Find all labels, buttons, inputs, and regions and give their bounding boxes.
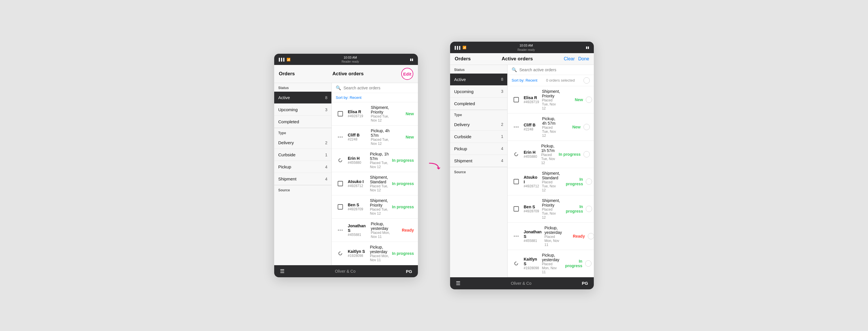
search-input-1[interactable] — [343, 86, 414, 90]
search-icon-1: 🔍 — [336, 85, 341, 91]
store-name-2: Oliver & Co — [511, 281, 531, 286]
done-button[interactable]: Done — [578, 56, 589, 62]
table-row[interactable]: Erin H #455880 Pickup, 1h 57m Placed Tue… — [332, 149, 418, 172]
sidebar-item-active-2[interactable]: Active 8 — [450, 73, 507, 86]
order-icon-shipment3 — [336, 202, 345, 211]
sidebar-pickup-label: Pickup — [278, 164, 291, 169]
sidebar-item-active[interactable]: Active 8 — [274, 92, 331, 104]
svg-point-12 — [518, 126, 519, 127]
sidebar-item-shipment-2[interactable]: Shipment 4 — [450, 155, 507, 167]
order-name-e: Erin H — [524, 150, 538, 155]
order-status-e: Ready — [565, 234, 585, 238]
sidebar-curbside-badge: 1 — [325, 153, 328, 157]
menu-icon-2[interactable]: ☰ — [456, 280, 460, 287]
order-details-e: Shipment, Standard Placed Tue, Nov 12 — [542, 171, 560, 192]
order-customer-info-e: Jonathan S #455881 — [524, 230, 541, 243]
svg-point-6 — [338, 230, 339, 231]
order-select-radio[interactable] — [585, 260, 591, 267]
sidebar-item-upcoming[interactable]: Upcoming 3 — [274, 104, 331, 116]
status-section-label: Status — [274, 83, 331, 92]
sidebar-active-badge: 8 — [325, 95, 328, 100]
order-status: In progress — [392, 181, 414, 186]
svg-point-1 — [338, 137, 339, 138]
status-bar-right-2: ▮▮ — [586, 46, 589, 49]
order-details-e: Pickup, 4h 57m Placed Tue, Nov 12 — [542, 117, 558, 138]
table-row[interactable]: Ben S #4928709 Shipment, Priority Placed… — [507, 195, 594, 223]
order-customer-info: Cliff B #2248 — [348, 133, 368, 141]
order-icon-e0 — [512, 95, 521, 104]
page-title-1: Orders — [279, 71, 295, 77]
menu-icon[interactable]: ☰ — [280, 268, 284, 274]
svg-rect-13 — [514, 179, 519, 184]
order-customer-info: Erin H #455880 — [348, 156, 367, 165]
sidebar-item-delivery[interactable]: Delivery 2 — [274, 137, 331, 149]
order-customer-info: Atsuko I #4928712 — [348, 179, 367, 188]
order-select-radio[interactable] — [586, 97, 592, 103]
sidebar-completed-label-2: Completed — [454, 101, 475, 106]
order-id: #2248 — [348, 137, 368, 141]
table-row[interactable]: Ben S #4928709 Shipment, Priority Placed… — [332, 195, 418, 219]
svg-point-7 — [340, 230, 341, 231]
order-date-e: Placed Tue, Nov 12 — [542, 180, 560, 192]
order-customer-info: Kaitlyn S #1928098 — [348, 249, 367, 258]
search-bar-2: 🔍 — [507, 65, 594, 75]
table-row[interactable]: Jonathan S #455881 Pickup, yesterday Pla… — [507, 223, 594, 250]
table-row[interactable]: Erin H #455880 Pickup, 1h 57m Placed Tue… — [507, 141, 594, 168]
svg-rect-0 — [338, 111, 343, 117]
order-status: In progress — [392, 251, 414, 256]
sort-label-2[interactable]: Sort by: Recent — [512, 78, 537, 82]
order-select-radio[interactable] — [588, 233, 594, 239]
select-all-radio[interactable] — [584, 77, 590, 84]
table-row[interactable]: Elisa R #4928719 Shipment, Priority Plac… — [507, 86, 594, 113]
sidebar-pickup-badge-2: 4 — [501, 146, 503, 151]
order-select-radio[interactable] — [586, 206, 592, 212]
user-initials: PG — [406, 269, 412, 274]
table-row[interactable]: Atsuko I #4928712 Shipment, Standard Pla… — [507, 168, 594, 195]
order-select-radio[interactable] — [584, 151, 590, 158]
order-name-e: Kaitlyn S — [524, 257, 539, 266]
order-id-e: #455880 — [524, 155, 538, 159]
order-icon-pickup — [336, 132, 345, 142]
sidebar-item-pickup-2[interactable]: Pickup 4 — [450, 143, 507, 155]
sidebar-item-pickup[interactable]: Pickup 4 — [274, 161, 331, 173]
order-icon-shipment2 — [336, 179, 345, 188]
order-date-e: Placed Mon, Nov 11 — [542, 262, 559, 274]
search-icon-2: 🔍 — [512, 67, 517, 72]
table-row[interactable]: Jonathan S #455881 Pickup, yesterday Pla… — [332, 219, 418, 242]
edit-button[interactable]: Edit — [401, 68, 413, 80]
sidebar-item-upcoming-2[interactable]: Upcoming 3 — [450, 86, 507, 98]
status-bar-left-2: ▌▌▌ 📶 — [455, 46, 466, 49]
sidebar-item-delivery-2[interactable]: Delivery 2 — [450, 119, 507, 131]
order-details-e: Pickup, yesterday Placed Mon, Nov 11 — [545, 226, 562, 247]
svg-point-3 — [342, 137, 343, 138]
sidebar-item-curbside-2[interactable]: Curbside 1 — [450, 131, 507, 143]
clear-button[interactable]: Clear — [564, 56, 575, 62]
table-row[interactable]: Cliff B #2248 Pickup, 4h 57m Placed Tue,… — [332, 126, 418, 149]
search-input-2[interactable] — [519, 68, 590, 72]
store-name: Oliver & Co — [335, 269, 355, 273]
table-row[interactable]: Kaitlyn S #1928098 Pickup, yesterday Pla… — [507, 250, 594, 277]
source-section-label-2: Source — [450, 167, 507, 176]
order-icon-c2 — [336, 249, 345, 258]
order-icon-c — [336, 156, 345, 165]
sidebar-delivery-label: Delivery — [278, 140, 294, 145]
sidebar-item-completed-2[interactable]: Completed — [450, 98, 507, 110]
table-row[interactable]: Cliff B #2248 Pickup, 4h 57m Placed Tue,… — [507, 113, 594, 141]
order-select-radio[interactable] — [584, 124, 590, 130]
order-date: Placed Tue, Nov 12 — [371, 114, 391, 123]
reader-status-2: Reader ready — [517, 48, 535, 52]
sidebar-item-curbside[interactable]: Curbside 1 — [274, 149, 331, 161]
sidebar-completed-label: Completed — [278, 119, 299, 124]
time-display-2: 10:03 AM — [517, 43, 535, 48]
table-row[interactable]: Atsuko I #4928712 Shipment, Standard Pla… — [332, 172, 418, 195]
svg-point-15 — [514, 236, 515, 236]
order-details: Pickup, 4h 57m Placed Tue, Nov 12 — [371, 128, 391, 146]
order-select-radio[interactable] — [586, 178, 592, 185]
sort-label-1[interactable]: Sort by: Recent — [336, 95, 362, 100]
sidebar-item-shipment[interactable]: Shipment 4 — [274, 173, 331, 185]
order-id: #4928719 — [348, 114, 368, 118]
order-name-e: Cliff B — [524, 123, 539, 127]
table-row[interactable]: Elisa R #4928719 Shipment, Priority Plac… — [332, 102, 418, 126]
sidebar-item-completed[interactable]: Completed — [274, 116, 331, 128]
table-row[interactable]: Kaitlyn S #1928098 Pickup, yesterday Pla… — [332, 242, 418, 265]
